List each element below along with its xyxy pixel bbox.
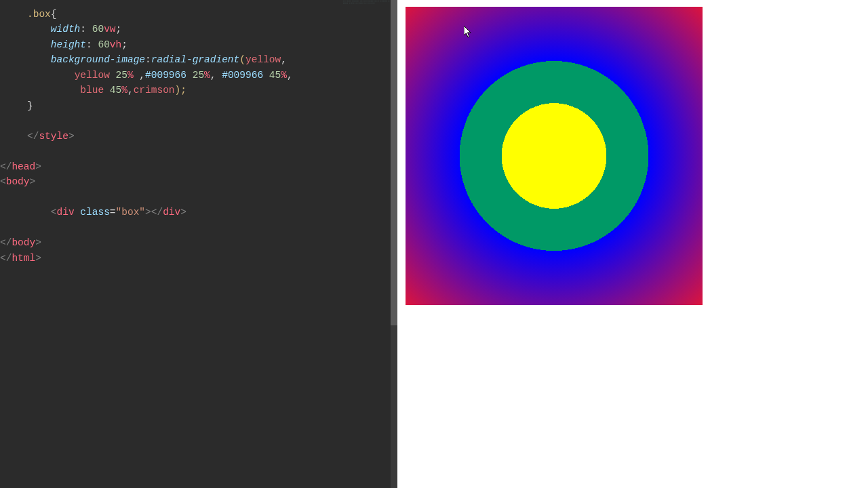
tag-head: head bbox=[12, 161, 35, 172]
css-prop-width: width bbox=[51, 24, 81, 35]
code-editor[interactable]: css radial gradient .box width height ye… bbox=[0, 0, 397, 488]
attr-class: class bbox=[80, 207, 110, 218]
tag-div: div bbox=[57, 207, 75, 218]
preview-panel bbox=[397, 0, 868, 488]
brace-close: } bbox=[27, 100, 33, 111]
editor-minimap[interactable]: css radial gradient .box width height ye… bbox=[343, 0, 391, 54]
tag-body-close: body bbox=[12, 237, 35, 248]
scrollbar-thumb[interactable] bbox=[391, 0, 397, 325]
editor-scrollbar[interactable] bbox=[391, 0, 397, 488]
code-content[interactable]: .box{ width: 60vw; height: 60vh; backgro… bbox=[27, 7, 397, 266]
css-selector: .box bbox=[27, 9, 51, 20]
css-func: radial-gradient bbox=[151, 54, 240, 65]
tag-body: body bbox=[6, 176, 30, 187]
tag-style: style bbox=[39, 131, 68, 142]
gradient-box bbox=[406, 7, 703, 305]
css-prop-bg: background-image bbox=[51, 54, 145, 65]
tag-html-close: html bbox=[12, 253, 35, 264]
css-prop-height: height bbox=[51, 39, 86, 50]
brace: { bbox=[51, 9, 57, 20]
attr-value: "box" bbox=[116, 207, 146, 218]
num: 60 bbox=[92, 24, 104, 35]
